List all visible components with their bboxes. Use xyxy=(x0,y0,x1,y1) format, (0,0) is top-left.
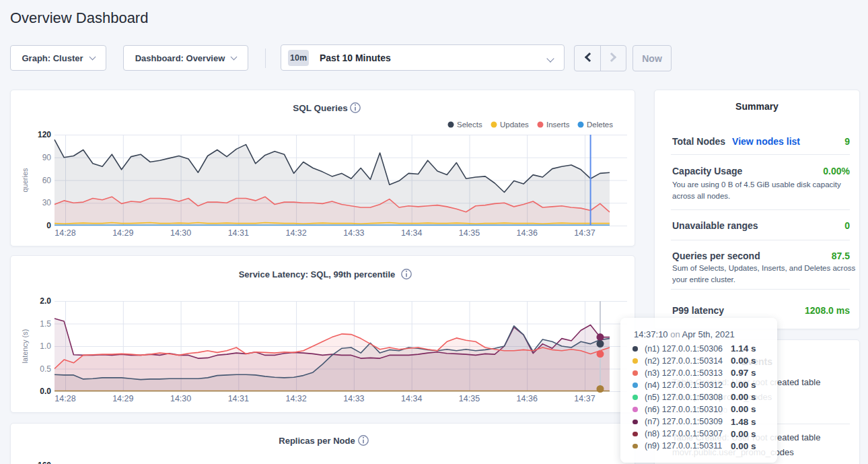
svg-text:14:31: 14:31 xyxy=(228,228,249,238)
svg-text:SQL Queries: SQL Queries xyxy=(293,103,348,113)
svg-text:14:34: 14:34 xyxy=(401,394,422,403)
svg-text:1.5: 1.5 xyxy=(40,319,51,329)
svg-text:14:35: 14:35 xyxy=(459,228,480,238)
svg-text:60: 60 xyxy=(42,176,52,185)
svg-text:Deletes: Deletes xyxy=(587,121,613,129)
svg-text:14:36: 14:36 xyxy=(517,228,538,238)
svg-text:14:37: 14:37 xyxy=(574,394,595,403)
svg-text:0.5: 0.5 xyxy=(40,364,51,374)
svg-text:14:33: 14:33 xyxy=(343,394,364,403)
svg-text:0.0: 0.0 xyxy=(40,387,51,396)
svg-text:14:32: 14:32 xyxy=(285,228,306,238)
svg-text:1.0: 1.0 xyxy=(40,341,51,351)
svg-text:30: 30 xyxy=(42,198,52,207)
svg-text:14:28: 14:28 xyxy=(55,394,75,403)
svg-text:120: 120 xyxy=(38,130,51,139)
svg-text:14:32: 14:32 xyxy=(285,394,306,403)
svg-text:14:36: 14:36 xyxy=(517,394,538,403)
svg-text:queries: queries xyxy=(21,168,29,193)
svg-text:160: 160 xyxy=(38,461,51,464)
svg-text:Selects: Selects xyxy=(457,121,482,129)
svg-text:14:28: 14:28 xyxy=(55,228,75,238)
svg-text:14:33: 14:33 xyxy=(343,228,364,238)
svg-text:14:30: 14:30 xyxy=(170,394,191,403)
svg-text:0: 0 xyxy=(46,221,51,230)
svg-text:14:30: 14:30 xyxy=(170,228,191,238)
svg-text:2.0: 2.0 xyxy=(40,296,51,306)
svg-text:Inserts: Inserts xyxy=(546,121,570,129)
svg-text:14:29: 14:29 xyxy=(112,394,133,403)
svg-text:latency (s): latency (s) xyxy=(21,329,29,364)
svg-text:90: 90 xyxy=(42,153,52,162)
svg-text:Replicas per Node: Replicas per Node xyxy=(279,436,355,446)
svg-text:14:31: 14:31 xyxy=(228,394,249,403)
svg-text:Service Latency: SQL, 99th per: Service Latency: SQL, 99th percentile xyxy=(239,269,396,279)
svg-text:14:34: 14:34 xyxy=(401,228,422,238)
svg-text:14:35: 14:35 xyxy=(459,394,480,403)
svg-text:Updates: Updates xyxy=(500,121,529,129)
svg-text:14:37: 14:37 xyxy=(574,228,595,238)
svg-text:14:29: 14:29 xyxy=(112,228,133,238)
